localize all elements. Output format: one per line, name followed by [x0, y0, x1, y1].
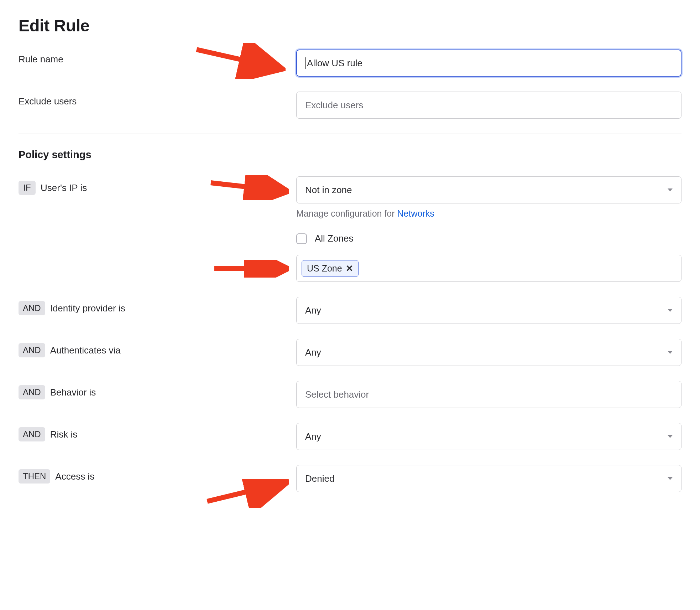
- label-behavior: Behavior is: [50, 387, 96, 398]
- label-auth: Authenticates via: [50, 345, 121, 356]
- policy-settings-heading: Policy settings: [19, 149, 681, 161]
- if-badge: IF: [19, 181, 36, 195]
- then-badge: THEN: [19, 469, 50, 484]
- row-idp: AND Identity provider is Any: [19, 297, 681, 324]
- idp-value: Any: [305, 305, 321, 316]
- and-badge: AND: [19, 343, 45, 357]
- ip-helper-text: Manage configuration for Networks: [296, 208, 681, 219]
- chevron-down-icon: [668, 477, 673, 480]
- access-select[interactable]: Denied: [296, 465, 681, 492]
- label-ip: User's IP is: [41, 182, 87, 193]
- row-ip: IF User's IP is Not in zone Manage confi…: [19, 176, 681, 244]
- row-risk: AND Risk is Any: [19, 423, 681, 450]
- label-idp: Identity provider is: [50, 303, 125, 314]
- annotation-arrow-icon: [204, 479, 289, 508]
- all-zones-row: All Zones: [296, 233, 681, 244]
- chevron-down-icon: [668, 188, 673, 191]
- close-icon[interactable]: ✕: [346, 263, 353, 274]
- ip-helper-prefix: Manage configuration for: [296, 208, 397, 218]
- zone-token-us: US Zone ✕: [302, 260, 359, 277]
- risk-select[interactable]: Any: [296, 423, 681, 450]
- idp-select[interactable]: Any: [296, 297, 681, 324]
- zone-token-input[interactable]: US Zone ✕: [296, 255, 681, 282]
- label-rule-name: Rule name: [19, 50, 296, 65]
- row-zone-tokens: US Zone ✕: [19, 255, 681, 282]
- annotation-arrow-icon: [211, 260, 289, 278]
- rule-name-value: Allow US rule: [307, 58, 362, 69]
- and-badge: AND: [19, 427, 45, 441]
- row-access: THEN Access is Denied: [19, 465, 681, 492]
- label-access: Access is: [55, 471, 94, 482]
- zone-token-label: US Zone: [307, 263, 342, 274]
- access-value: Denied: [305, 473, 334, 484]
- label-risk: Risk is: [50, 429, 78, 440]
- auth-select[interactable]: Any: [296, 339, 681, 366]
- text-cursor-icon: [305, 57, 306, 69]
- page-title: Edit Rule: [19, 16, 681, 35]
- networks-link[interactable]: Networks: [397, 208, 434, 218]
- ip-zone-select[interactable]: Not in zone: [296, 176, 681, 203]
- and-badge: AND: [19, 301, 45, 315]
- row-rule-name: Rule name Allow US rule: [19, 50, 681, 77]
- auth-value: Any: [305, 347, 321, 358]
- all-zones-checkbox[interactable]: [296, 233, 307, 244]
- rule-name-input[interactable]: Allow US rule: [296, 50, 681, 77]
- and-badge: AND: [19, 385, 45, 399]
- row-auth: AND Authenticates via Any: [19, 339, 681, 366]
- section-divider: [19, 134, 681, 134]
- edit-rule-form: Edit Rule Rule name Allow US rule Exclud…: [0, 0, 700, 524]
- svg-line-3: [207, 483, 284, 501]
- chevron-down-icon: [668, 435, 673, 438]
- chevron-down-icon: [668, 351, 673, 354]
- row-exclude-users: Exclude users: [19, 92, 681, 119]
- risk-value: Any: [305, 431, 321, 442]
- label-exclude-users: Exclude users: [19, 92, 296, 107]
- all-zones-label: All Zones: [315, 233, 353, 244]
- behavior-input[interactable]: [296, 381, 681, 408]
- exclude-users-input[interactable]: [296, 92, 681, 119]
- ip-zone-value: Not in zone: [305, 185, 352, 196]
- row-behavior: AND Behavior is: [19, 381, 681, 408]
- chevron-down-icon: [668, 309, 673, 312]
